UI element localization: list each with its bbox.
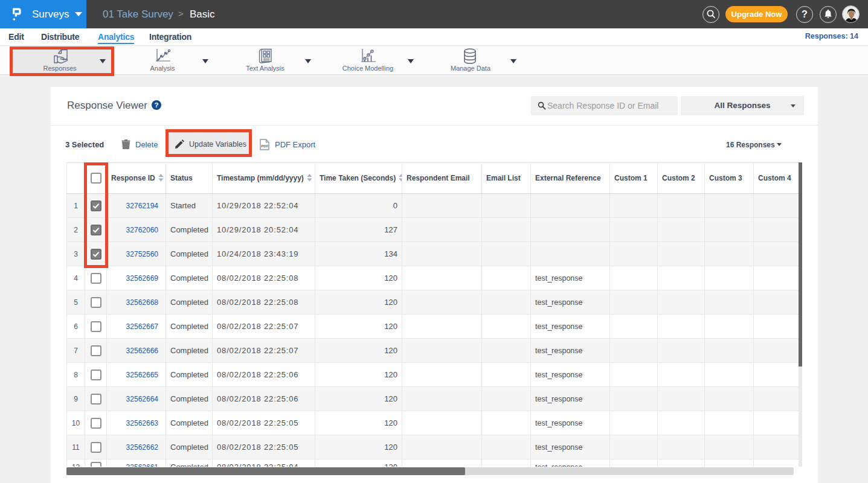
svg-text:PDF: PDF (261, 144, 269, 148)
